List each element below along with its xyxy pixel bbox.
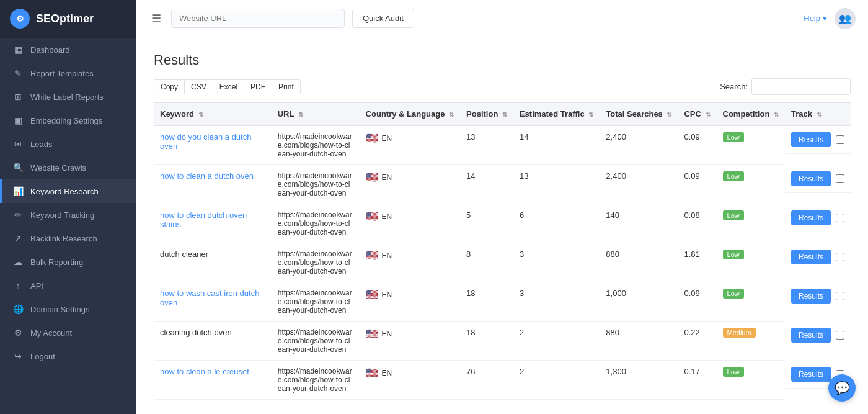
sidebar-item-website-crawls[interactable]: 🔍 Website Crawls	[0, 156, 136, 179]
total-searches-cell: 2,400	[600, 165, 678, 204]
table-row: how do you clean a dutch ovenhttps://mad…	[154, 125, 851, 165]
sidebar-item-bulk-reporting[interactable]: ☁ Bulk Reporting	[0, 250, 136, 274]
col-estimated-traffic[interactable]: Estimated Traffic ⇅	[513, 103, 600, 126]
table-row: how to clean dutch oven stainshttps://ma…	[154, 204, 851, 243]
chevron-down-icon: ▾	[823, 14, 827, 23]
col-country---language[interactable]: Country & Language ⇅	[360, 103, 460, 126]
keyword-link[interactable]: how do you clean a dutch oven	[160, 132, 251, 151]
results-button[interactable]: Results	[791, 367, 831, 382]
sidebar-item-my-account[interactable]: ⚙ My Account	[0, 321, 136, 344]
col-total-searches[interactable]: Total Searches ⇅	[600, 103, 678, 126]
col-competition[interactable]: Competition ⇅	[717, 103, 785, 126]
sidebar-item-backlink-research[interactable]: ↗ Backlink Research	[0, 227, 136, 250]
track-checkbox[interactable]	[836, 214, 844, 222]
results-button[interactable]: Results	[791, 289, 831, 304]
sidebar-item-logout[interactable]: ↪ Logout	[0, 344, 136, 368]
cpc-cell: 0.17	[678, 361, 716, 400]
competition-badge: Low	[723, 171, 744, 181]
results-button[interactable]: Results	[791, 132, 831, 147]
language-code: EN	[382, 212, 392, 221]
position-cell: 8	[460, 243, 513, 282]
url-input[interactable]	[171, 9, 345, 28]
quick-audit-button[interactable]: Quick Audit	[352, 9, 414, 28]
sort-icon: ⇅	[198, 111, 203, 118]
language-code: EN	[382, 173, 392, 182]
col-track[interactable]: Track ⇅	[785, 103, 851, 126]
sidebar-item-white-label[interactable]: ⊞ White Label Reports	[0, 85, 136, 109]
table-row: how to clean a le creusethttps://madeinc…	[154, 361, 851, 400]
results-button[interactable]: Results	[791, 210, 831, 225]
track-cell: Results	[785, 126, 851, 154]
track-cell: Results	[785, 204, 851, 232]
toolbar-btn-csv[interactable]: CSV	[184, 79, 213, 94]
keyword-link[interactable]: how to clean a le creuset	[160, 367, 249, 376]
competition-cell: Medium	[717, 322, 785, 361]
sidebar-label-website-crawls: Website Crawls	[30, 163, 86, 173]
keyword-link[interactable]: how to clean a dutch oven	[160, 171, 254, 181]
hamburger-icon[interactable]: ☰	[149, 9, 164, 28]
competition-badge: Medium	[723, 328, 756, 338]
col-cpc[interactable]: CPC ⇅	[678, 103, 716, 126]
track-checkbox[interactable]	[836, 174, 844, 183]
logout-icon: ↪	[13, 351, 23, 361]
toolbar-btn-copy[interactable]: Copy	[154, 79, 185, 94]
sidebar-item-leads[interactable]: ✉ Leads	[0, 132, 136, 156]
estimated-traffic-cell: 3	[513, 282, 600, 322]
track-checkbox[interactable]	[836, 253, 844, 261]
sidebar-item-domain-settings[interactable]: 🌐 Domain Settings	[0, 297, 136, 321]
sidebar-item-embedding[interactable]: ▣ Embedding Settings	[0, 109, 136, 132]
chat-button[interactable]: 💬	[828, 374, 856, 402]
results-button[interactable]: Results	[791, 250, 831, 264]
total-searches-cell: 1,300	[600, 361, 678, 400]
backlink-research-icon: ↗	[13, 233, 23, 243]
sort-icon: ⇅	[774, 111, 779, 118]
sidebar-item-keyword-tracking[interactable]: ✏ Keyword Tracking	[0, 203, 136, 227]
toolbar-btn-excel[interactable]: Excel	[213, 79, 244, 94]
table-row: how to wash cast iron dutch ovenhttps://…	[154, 282, 851, 322]
competition-badge: Low	[723, 367, 744, 377]
help-menu[interactable]: Help ▾	[804, 14, 827, 23]
sidebar-item-keyword-research[interactable]: 📊 Keyword Research	[0, 179, 136, 203]
logo-icon: ⚙	[10, 9, 30, 29]
track-checkbox[interactable]	[836, 292, 844, 300]
url-cell: https://madeincookware.com/blogs/how-to-…	[272, 361, 360, 400]
sidebar-item-api[interactable]: ↑ API	[0, 274, 136, 297]
toolbar-btn-pdf[interactable]: PDF	[244, 79, 272, 94]
toolbar-btn-print[interactable]: Print	[272, 79, 301, 94]
cpc-cell: 1.81	[678, 243, 716, 282]
search-input[interactable]	[751, 78, 851, 95]
results-button[interactable]: Results	[791, 328, 831, 343]
keyword-link[interactable]: how to wash cast iron dutch oven	[160, 289, 259, 307]
sort-icon: ⇅	[817, 111, 822, 118]
brand-name: SEOptimer	[36, 12, 94, 25]
col-keyword[interactable]: Keyword ⇅	[154, 103, 272, 126]
sidebar-label-backlink-research: Backlink Research	[30, 234, 97, 243]
sidebar-item-dashboard[interactable]: ▦ Dashboard	[0, 38, 136, 61]
keyword-link[interactable]: how to clean dutch oven stains	[160, 210, 247, 229]
table-row: how to clean a dutch ovenhttps://madeinc…	[154, 165, 851, 204]
language-code: EN	[382, 251, 392, 260]
sidebar-label-keyword-research: Keyword Research	[30, 187, 99, 196]
keyword-tracking-icon: ✏	[13, 210, 23, 220]
results-button[interactable]: Results	[791, 171, 831, 186]
track-checkbox[interactable]	[836, 331, 844, 340]
col-position[interactable]: Position ⇅	[460, 103, 513, 126]
track-checkbox[interactable]	[836, 135, 844, 144]
brand-logo[interactable]: ⚙ SEOptimer	[0, 0, 136, 38]
sidebar-item-report-templates[interactable]: ✎ Report Templates	[0, 61, 136, 85]
sidebar-label-keyword-tracking: Keyword Tracking	[30, 210, 94, 220]
url-cell: https://madeincookware.com/blogs/how-to-…	[272, 243, 360, 282]
user-avatar[interactable]: 👥	[835, 8, 856, 29]
sort-icon: ⇅	[449, 111, 454, 118]
table-toolbar: CopyCSVExcelPDFPrint Search:	[154, 78, 851, 95]
estimated-traffic-cell: 13	[513, 165, 600, 204]
position-cell: 76	[460, 361, 513, 400]
estimated-traffic-cell: 3	[513, 243, 600, 282]
table-row: dutch cleanerhttps://madeincookware.com/…	[154, 243, 851, 282]
estimated-traffic-cell: 2	[513, 361, 600, 400]
sort-icon: ⇅	[706, 111, 711, 118]
country-flag: 🇺🇸	[366, 328, 378, 340]
country-language-cell: 🇺🇸EN	[360, 165, 460, 204]
sidebar-label-bulk-reporting: Bulk Reporting	[30, 258, 83, 267]
col-url[interactable]: URL ⇅	[272, 103, 360, 126]
